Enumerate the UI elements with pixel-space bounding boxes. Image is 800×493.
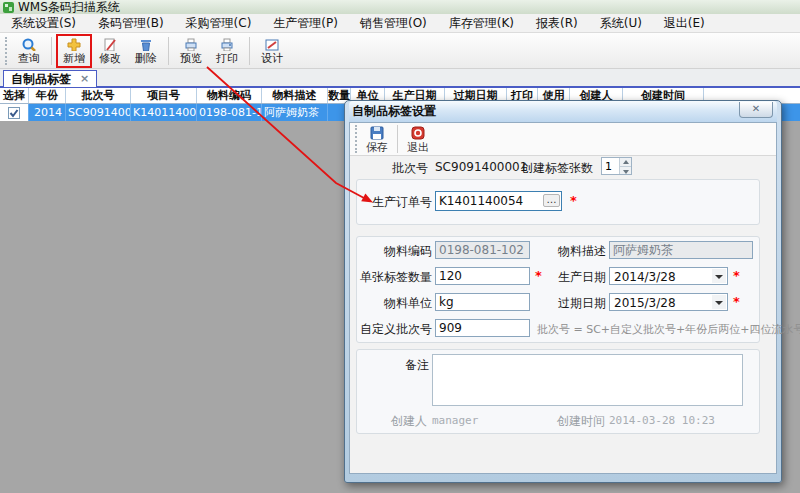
col-material-desc[interactable]: 物料描述 bbox=[262, 88, 328, 103]
dialog-toolbar-separator bbox=[397, 125, 398, 153]
menu-purchase[interactable]: 采购管理(C) bbox=[175, 14, 263, 33]
add-button[interactable]: 新增 bbox=[56, 34, 92, 68]
material-code-input bbox=[435, 241, 530, 259]
menu-inventory[interactable]: 库存管理(K) bbox=[438, 14, 525, 33]
stepper-up-icon[interactable] bbox=[620, 158, 631, 166]
tab-close-icon[interactable]: × bbox=[80, 74, 89, 84]
copies-stepper[interactable]: 1 bbox=[601, 157, 632, 175]
cell-year: 2014 bbox=[29, 104, 66, 121]
col-select[interactable]: 选择 bbox=[0, 88, 29, 103]
toolbar-grip bbox=[5, 37, 8, 65]
qty-input[interactable] bbox=[435, 267, 530, 285]
material-desc-label: 物料描述 bbox=[531, 243, 606, 260]
window-title: WMS条码扫描系统 bbox=[18, 0, 120, 14]
chevron-down-icon[interactable] bbox=[712, 269, 726, 283]
menu-bar: 系统设置(S) 条码管理(B) 采购管理(C) 生产管理(P) 销售管理(O) … bbox=[0, 14, 800, 33]
col-year[interactable]: 年份 bbox=[29, 88, 66, 103]
order-no-field-wrap: … bbox=[435, 191, 562, 211]
custom-batch-label: 自定义批次号 bbox=[357, 321, 432, 338]
remark-textarea[interactable] bbox=[432, 354, 743, 406]
toolbar-separator bbox=[168, 37, 169, 65]
edit-icon bbox=[102, 37, 118, 51]
remark-label: 备注 bbox=[357, 357, 429, 374]
prod-date-value: 2014/3/28 bbox=[614, 270, 676, 284]
chevron-down-icon[interactable] bbox=[712, 295, 726, 309]
add-icon bbox=[66, 37, 82, 51]
menu-reports[interactable]: 报表(R) bbox=[525, 14, 589, 33]
menu-exit[interactable]: 退出(E) bbox=[653, 14, 716, 33]
prod-date-select[interactable]: 2014/3/28 bbox=[609, 267, 728, 285]
toolbar-separator bbox=[51, 37, 52, 65]
batch-no-label: 批次号 bbox=[350, 160, 428, 177]
dialog-content: 保存 退出 批次号 SC9091400001 创建标签张数 1 bbox=[349, 122, 777, 474]
created-time-label: 创建时间 bbox=[535, 413, 605, 430]
app-window: WMS条码扫描系统 系统设置(S) 条码管理(B) 采购管理(C) 生产管理(P… bbox=[0, 0, 800, 493]
creator-value: manager bbox=[432, 414, 478, 427]
expire-date-value: 2015/3/28 bbox=[614, 296, 676, 310]
material-desc-input bbox=[609, 241, 753, 259]
created-time-value: 2014-03-28 10:23 bbox=[609, 414, 715, 427]
unit-label: 物料单位 bbox=[357, 295, 432, 312]
cell-material-code: 0198-081-102 bbox=[197, 104, 262, 121]
order-no-label: 生产订单号 bbox=[357, 194, 432, 211]
design-icon bbox=[264, 37, 280, 51]
app-icon bbox=[3, 2, 14, 13]
dialog-toolbar-grip bbox=[355, 125, 358, 153]
check-icon bbox=[8, 107, 20, 119]
exit-button[interactable]: 退出 bbox=[402, 124, 434, 155]
edit-button[interactable]: 修改 bbox=[92, 34, 128, 68]
stepper-down-icon[interactable] bbox=[620, 166, 631, 174]
material-groupbox: 物料编码 物料描述 单张标签数量 * 生产日期 2014/3/28 * 物料单位… bbox=[356, 236, 760, 343]
expire-date-label: 过期日期 bbox=[531, 295, 606, 312]
order-groupbox: 生产订单号 … * bbox=[356, 179, 760, 225]
menu-system[interactable]: 系统(U) bbox=[589, 14, 653, 33]
col-project-no[interactable]: 项目号 bbox=[131, 88, 197, 103]
toolbar-separator bbox=[249, 37, 250, 65]
unit-input[interactable] bbox=[435, 293, 530, 311]
delete-button[interactable]: 删除 bbox=[128, 34, 164, 68]
copies-value: 1 bbox=[605, 160, 612, 173]
copies-label: 创建标签张数 bbox=[500, 160, 593, 177]
tab-self-made-label[interactable]: 自制品标签 × bbox=[3, 70, 97, 88]
col-material-code[interactable]: 物料编码 bbox=[197, 88, 262, 103]
prod-date-label: 生产日期 bbox=[531, 269, 606, 286]
print-icon bbox=[219, 37, 235, 51]
order-browse-button[interactable]: … bbox=[543, 194, 560, 207]
dialog-titlebar[interactable]: 自制品标签设置 bbox=[349, 101, 777, 122]
menu-system-settings[interactable]: 系统设置(S) bbox=[0, 14, 87, 33]
print-button[interactable]: 打印 bbox=[209, 34, 245, 68]
qty-label: 单张标签数量 bbox=[357, 269, 432, 286]
expire-date-select[interactable]: 2015/3/28 bbox=[609, 293, 728, 311]
col-batch-no[interactable]: 批次号 bbox=[66, 88, 131, 103]
material-code-label: 物料编码 bbox=[357, 243, 432, 260]
batch-rule-hint: 批次号 = SC+自定义批次号+年份后两位+四位流水号 bbox=[537, 322, 800, 337]
order-required-mark: * bbox=[570, 193, 577, 208]
stepper-buttons bbox=[619, 158, 631, 174]
preview-button[interactable]: 预览 bbox=[173, 34, 209, 68]
custom-batch-input[interactable] bbox=[435, 319, 530, 337]
expire-date-required-mark: * bbox=[733, 294, 740, 309]
design-button[interactable]: 设计 bbox=[254, 34, 290, 68]
cell-material-desc: 阿萨姆奶茶 bbox=[262, 104, 328, 121]
dialog-header-row: 批次号 SC9091400001 创建标签张数 1 bbox=[350, 159, 778, 177]
dialog-title: 自制品标签设置 bbox=[352, 103, 436, 120]
prod-date-required-mark: * bbox=[733, 268, 740, 283]
cell-batch-no: SC9091400001 bbox=[66, 104, 131, 121]
dialog-close-button[interactable]: ✕ bbox=[739, 102, 773, 118]
preview-icon bbox=[183, 37, 199, 51]
remark-groupbox: 备注 创建人 manager 创建时间 2014-03-28 10:23 bbox=[356, 349, 760, 434]
menu-barcode[interactable]: 条码管理(B) bbox=[87, 14, 175, 33]
main-toolbar: 查询 新增 修改 删除 bbox=[0, 33, 800, 69]
menu-production[interactable]: 生产管理(P) bbox=[262, 14, 349, 33]
query-button[interactable]: 查询 bbox=[11, 34, 47, 68]
exit-icon bbox=[410, 125, 426, 140]
save-icon bbox=[369, 125, 385, 140]
window-titlebar: WMS条码扫描系统 bbox=[0, 0, 800, 14]
label-settings-dialog: 自制品标签设置 ✕ 保存 bbox=[344, 100, 782, 483]
row-checkbox[interactable] bbox=[0, 104, 29, 121]
menu-sales[interactable]: 销售管理(O) bbox=[349, 14, 438, 33]
dialog-toolbar: 保存 退出 bbox=[350, 123, 776, 156]
creator-label: 创建人 bbox=[357, 413, 427, 430]
cell-project-no: K1401140054 bbox=[131, 104, 197, 121]
save-button[interactable]: 保存 bbox=[361, 124, 393, 155]
